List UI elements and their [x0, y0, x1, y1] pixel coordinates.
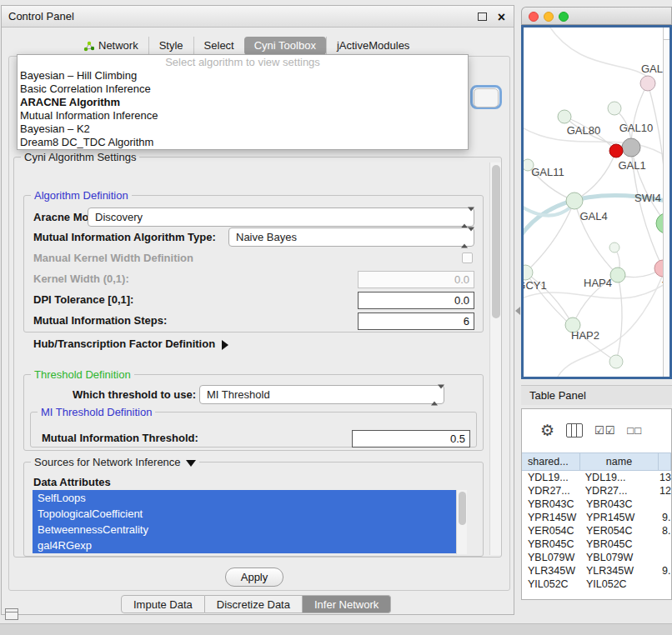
manual-kernel-checkbox[interactable] — [462, 252, 473, 263]
tab-cyni-toolbox[interactable]: Cyni Toolbox — [244, 37, 326, 55]
table-row[interactable]: YBL079WYBL079W — [522, 551, 671, 564]
gear-icon[interactable]: ⚙ — [540, 421, 554, 440]
tab-select[interactable]: Select — [193, 37, 244, 55]
network-node[interactable] — [608, 102, 621, 115]
mi-steps-input[interactable] — [358, 312, 474, 330]
control-panel-tab-bar: NetworkStyleSelectCyni ToolboxjActiveMod… — [73, 36, 419, 56]
which-threshold-combo[interactable]: MI Threshold — [199, 385, 444, 404]
network-node[interactable] — [640, 76, 655, 91]
bottom-tab-impute-data[interactable]: Impute Data — [121, 595, 205, 613]
table-cell: YER054C — [522, 525, 580, 537]
splitter-collapse-icon[interactable] — [515, 307, 520, 315]
data-attributes-list[interactable]: SelfLoopsTopologicalCoefficientBetweenne… — [33, 490, 456, 554]
zoom-traffic-light[interactable] — [559, 12, 569, 22]
close-window-icon[interactable]: × — [498, 7, 505, 28]
algorithm-option[interactable]: Mutual Information Inference — [18, 109, 468, 122]
network-node[interactable] — [558, 110, 571, 123]
network-view-window: GALGAL80GAL10GAL1GAL11SWI4GAL4GCY1HAP4YH… — [521, 7, 672, 379]
hub-definition-label[interactable]: Hub/Transcription Factor Definition — [33, 338, 228, 350]
bottom-tab-infer-network[interactable]: Infer Network — [303, 595, 391, 613]
expand-right-icon[interactable] — [222, 340, 228, 350]
network-scroll-corner — [663, 28, 672, 40]
algorithm-dropdown-popup: Select algorithm to view settings Bayesi… — [17, 54, 469, 150]
network-node-label: GAL1 — [618, 159, 645, 172]
table-row[interactable]: YBR045CYBR045C — [522, 538, 671, 551]
tab-label: Cyni Toolbox — [254, 37, 316, 55]
close-traffic-light[interactable] — [529, 12, 539, 22]
apply-button[interactable]: Apply — [225, 568, 283, 587]
algorithm-option[interactable]: Dream8 DC_TDC Algorithm — [18, 136, 468, 149]
tab-label: jActiveModules — [337, 37, 409, 55]
table-cell: YBR045C — [522, 538, 580, 550]
tab-style[interactable]: Style — [148, 37, 193, 55]
table-row[interactable]: YER054CYER054C8. — [522, 524, 671, 538]
network-graph[interactable]: GALGAL80GAL10GAL1GAL11SWI4GAL4GCY1HAP4YH… — [521, 25, 672, 379]
combo-arrows-icon — [461, 231, 469, 243]
float-window-icon[interactable] — [478, 12, 487, 21]
data-attributes-label: Data Attributes — [33, 476, 111, 488]
table-row[interactable]: YLR345WYLR345W9. — [522, 564, 671, 578]
attribute-list-item[interactable]: TopologicalCoefficient — [33, 506, 456, 522]
column-header[interactable] — [659, 453, 671, 470]
select-all-columns-icon[interactable]: ☑☑ — [594, 424, 615, 437]
network-edge[interactable] — [631, 83, 648, 148]
attributes-list-scrollbar[interactable] — [456, 490, 467, 554]
kernel-width-input[interactable] — [358, 271, 474, 288]
settings-scrollbar-thumb[interactable] — [492, 165, 500, 318]
collapse-down-icon[interactable] — [186, 460, 196, 467]
mi-type-combo[interactable]: Naive Bayes — [228, 228, 474, 247]
settings-scrollbar[interactable] — [489, 162, 501, 555]
network-node[interactable] — [610, 268, 625, 282]
column-header[interactable]: name — [580, 453, 659, 470]
table-row[interactable]: YPR145WYPR145W9. — [522, 511, 671, 524]
table-row[interactable]: YIL052CYIL052C — [522, 578, 671, 591]
sources-group-title[interactable]: Sources for Network Inference — [31, 456, 199, 468]
table-cell: YBL079W — [522, 552, 580, 563]
attribute-list-item[interactable]: gal4RGexp — [33, 538, 456, 553]
network-node-label: GAL10 — [619, 122, 653, 134]
network-edge[interactable] — [616, 275, 622, 362]
network-node-label: SWI4 — [634, 192, 661, 204]
deselect-all-columns-icon[interactable]: □□ — [627, 424, 642, 437]
table-row[interactable]: YDR27...YDR27...12 — [522, 484, 671, 498]
attribute-list-item[interactable]: BetweennessCentrality — [33, 522, 456, 538]
table-panel: ⚙ ☑☑ □□ shared...name YDL19...YDL19...13… — [521, 408, 672, 600]
tab-jactivemodules[interactable]: jActiveModules — [326, 37, 419, 55]
table-cell: 9. — [659, 512, 671, 523]
tab-network[interactable]: Network — [73, 37, 148, 55]
columns-icon[interactable] — [566, 423, 583, 438]
which-threshold-label: Which threshold to use: — [73, 388, 196, 401]
bottom-tab-discretize-data[interactable]: Discretize Data — [205, 595, 303, 613]
network-node[interactable] — [521, 265, 533, 280]
dpi-tolerance-input[interactable] — [358, 292, 474, 309]
minimize-traffic-light[interactable] — [544, 12, 554, 22]
network-edge[interactable] — [574, 151, 616, 201]
network-window-titlebar[interactable] — [521, 7, 672, 25]
network-node[interactable] — [609, 242, 619, 252]
mi-threshold-input[interactable] — [352, 430, 470, 448]
table-panel-title: Table Panel — [529, 389, 586, 402]
mi-type-value: Naive Bayes — [236, 228, 297, 246]
algorithm-option[interactable]: ARACNE Algorithm — [18, 96, 468, 109]
aracne-mode-combo[interactable]: Discovery — [88, 208, 474, 227]
network-edge-curve — [546, 25, 651, 80]
table-cell: 13 — [656, 472, 671, 483]
network-node[interactable] — [566, 192, 583, 209]
column-header[interactable]: shared... — [522, 453, 580, 470]
algorithm-option[interactable]: Bayesian – Hill Climbing — [18, 69, 468, 82]
table-row[interactable]: YDL19...YDL19...13 — [522, 471, 671, 484]
attribute-list-item[interactable]: SelfLoops — [33, 490, 456, 506]
network-node[interactable] — [622, 138, 640, 157]
algorithm-option[interactable]: Basic Correlation Inference — [18, 82, 468, 96]
network-scrollbar[interactable] — [663, 28, 672, 377]
settings-group-title: Cyni Algorithm Settings — [21, 151, 139, 163]
help-button[interactable] — [470, 85, 502, 109]
network-node[interactable] — [609, 355, 623, 368]
network-node[interactable] — [609, 144, 623, 158]
table-cell: YDR27... — [579, 485, 656, 497]
threshold-definition-title: Threshold Definition — [31, 368, 134, 381]
dpi-tolerance-label: DPI Tolerance [0,1]: — [33, 293, 133, 306]
algorithm-option[interactable]: Bayesian – K2 — [18, 122, 468, 136]
show-panel-icon[interactable] — [5, 608, 18, 620]
table-row[interactable]: YBR043CYBR043C — [522, 498, 671, 511]
